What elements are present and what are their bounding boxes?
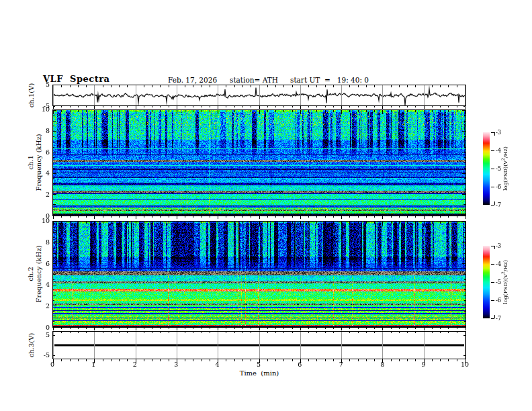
x-tick: [382, 110, 383, 114]
ylabel-ch1-line2: Frequency (kHz): [34, 134, 42, 191]
x-tick: [275, 332, 276, 333]
x-tick: [242, 106, 243, 107]
colorbar-tick: [491, 205, 494, 205]
x-tick: [185, 328, 185, 329]
y-tick: [463, 335, 466, 336]
y-tick: [463, 142, 466, 142]
x-tick: [432, 110, 433, 112]
x-tick: [210, 106, 210, 107]
x-tick: [202, 222, 202, 224]
minute-gridline: [218, 85, 218, 105]
colorbar-tick: [491, 169, 494, 169]
x-tick: [366, 222, 367, 224]
y-tick: [53, 242, 56, 243]
x-tick: [316, 222, 317, 224]
x-tick: [292, 222, 293, 224]
x-tick: [316, 328, 317, 329]
x-tick: [333, 216, 334, 218]
x-tick: [391, 85, 392, 87]
x-tick: [185, 106, 185, 107]
y-tick-label: 5: [34, 331, 50, 338]
x-tick: [103, 110, 103, 112]
x-tick: [316, 332, 317, 333]
x-tick: [70, 216, 71, 218]
y-tick: [464, 259, 466, 259]
x-tick: [136, 216, 136, 219]
x-tick: [399, 110, 400, 112]
x-tick: [61, 216, 62, 218]
y-tick: [53, 116, 54, 116]
y-tick: [53, 152, 56, 152]
x-tick: [267, 222, 268, 224]
x-tick: [61, 106, 62, 107]
minute-gridline: [177, 332, 177, 359]
x-tick: [202, 359, 202, 361]
y-tick: [462, 242, 466, 243]
x-tick: [358, 110, 359, 112]
x-tick: [333, 85, 334, 87]
x-tick: [424, 216, 425, 219]
x-tick: [424, 106, 425, 109]
y-tick: [53, 222, 56, 222]
x-tick: [457, 216, 457, 218]
x-tick: [440, 110, 441, 112]
x-tick: [399, 106, 400, 107]
x-tick: [152, 359, 152, 361]
x-tick: [111, 359, 112, 361]
x-tick: [374, 110, 375, 112]
x-tick: [300, 216, 301, 219]
x-tick: [283, 110, 284, 112]
x-tick: [169, 110, 169, 112]
y-tick: [464, 199, 466, 200]
x-tick: [399, 216, 400, 218]
x-tick-label: 1: [85, 361, 101, 368]
x-tick: [226, 110, 226, 112]
y-tick: [53, 173, 56, 174]
x-tick: [275, 106, 276, 107]
x-tick: [267, 85, 268, 87]
y-tick: [53, 131, 56, 132]
x-tick: [407, 85, 408, 87]
x-tick: [448, 359, 449, 361]
x-tick: [325, 110, 326, 112]
y-tick: [464, 248, 466, 248]
x-tick: [349, 332, 350, 333]
x-tick: [193, 332, 193, 333]
y-tick-label: 4: [34, 281, 50, 288]
x-tick: [218, 328, 218, 330]
x-tick: [424, 110, 425, 114]
y-tick: [53, 300, 54, 301]
x-tick: [267, 328, 268, 329]
x-tick: [136, 222, 136, 226]
colorbar-axis-stub: [494, 246, 495, 249]
start-time-label: start UT = 19: 40: 0: [290, 76, 369, 84]
minute-gridline: [53, 85, 54, 105]
minute-gridline: [136, 332, 136, 359]
ylabel-ch1-frequency: ch.1 Frequency (kHz): [27, 134, 42, 191]
y-tick: [464, 269, 466, 269]
y-tick: [462, 263, 466, 264]
x-tick-label: 4: [210, 361, 226, 368]
x-tick: [448, 106, 449, 107]
x-tick: [440, 85, 441, 87]
x-tick: [210, 222, 210, 224]
x-tick: [136, 106, 136, 109]
x-tick: [61, 110, 62, 112]
x-tick: [275, 85, 276, 87]
x-tick: [210, 332, 210, 333]
x-tick: [234, 328, 235, 329]
y-tick: [53, 204, 56, 205]
x-tick-label: 3: [168, 361, 184, 368]
x-tick: [160, 216, 161, 218]
y-tick-label: 0: [34, 324, 50, 331]
x-tick: [300, 110, 301, 114]
colorbar-tick: [491, 187, 494, 187]
x-tick: [144, 216, 144, 218]
x-tick: [457, 110, 457, 112]
x-tick: [259, 106, 260, 109]
x-tick: [251, 106, 251, 107]
y-tick: [464, 147, 466, 148]
x-tick: [415, 106, 416, 107]
x-tick: [292, 216, 293, 218]
x-tick: [193, 359, 193, 361]
